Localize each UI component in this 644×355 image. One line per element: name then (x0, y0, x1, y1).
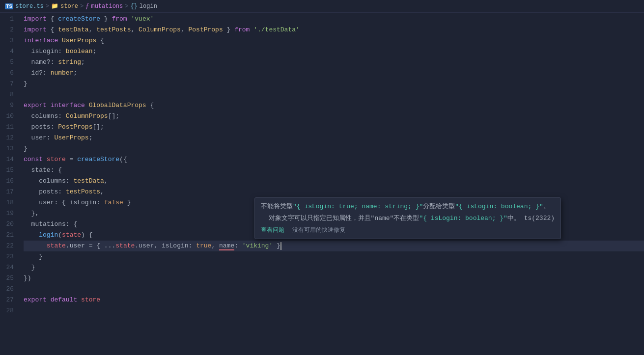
view-problem-link[interactable]: 查看问题 (261, 226, 284, 235)
tooltip-actions: 查看问题 没有可用的快速修复 (261, 226, 555, 235)
code-line-10: columns: ColumnProps[]; (24, 111, 644, 122)
ln-15: 15 (0, 165, 14, 176)
ln-24: 24 (0, 262, 14, 273)
breadcrumb-file[interactable]: store.ts (15, 3, 44, 10)
ln-26: 26 (0, 284, 14, 295)
code-line-12: user: UserProps; (24, 133, 644, 143)
line-numbers: 1 2 3 4 5 6 7 8 9 10 11 12 13 14 15 16 1… (0, 13, 19, 355)
error-tooltip: 不能将类型"{ isLogin: true; name: string; }"分… (254, 197, 561, 239)
editor-area: 1 2 3 4 5 6 7 8 9 10 11 12 13 14 15 16 1… (0, 13, 644, 355)
ln-8: 8 (0, 89, 14, 100)
ln-4: 4 (0, 46, 14, 57)
code-line-4: isLogin: boolean; (24, 46, 644, 57)
ln-22: 22 (0, 241, 14, 251)
code-line-11: posts: PostProps[]; (24, 122, 644, 133)
breadcrumb-sep1: > (46, 3, 49, 10)
ln-6: 6 (0, 68, 14, 79)
code-line-7: } (24, 79, 644, 89)
ln-28: 28 (0, 305, 14, 316)
ln-16: 16 (0, 176, 14, 187)
breadcrumb-bar: TS store.ts > 📁 store > ƒ mutations > {}… (0, 0, 644, 13)
login-icon: {} (130, 3, 137, 10)
ln-11: 11 (0, 122, 14, 133)
code-line-26 (24, 284, 644, 295)
code-line-13: } (24, 143, 644, 154)
code-line-8 (24, 89, 644, 100)
code-line-3: interface UserProps { (24, 35, 644, 46)
breadcrumb-login[interactable]: login (140, 3, 157, 10)
ln-12: 12 (0, 133, 14, 143)
code-line-28 (24, 305, 644, 316)
breadcrumb-folder[interactable]: store (60, 3, 78, 10)
ln-25: 25 (0, 273, 14, 284)
folder-icon: 📁 (51, 2, 58, 10)
code-line-17: posts: testPosts, (24, 187, 644, 197)
code-line-5: name?: string; (24, 57, 644, 68)
code-content[interactable]: import { createStore } from 'vuex' impor… (19, 13, 644, 355)
tooltip-error-line2: 对象文字可以只指定已知属性，并且"name"不在类型"{ isLogin: bo… (261, 214, 555, 223)
ln-18: 18 (0, 197, 14, 208)
code-line-22: state.user = { ...state.user, isLogin: t… (24, 241, 644, 251)
code-line-14: const store = createStore({ (24, 154, 644, 165)
code-line-6: id?: number; (24, 68, 644, 79)
ln-5: 5 (0, 57, 14, 68)
ln-10: 10 (0, 111, 14, 122)
ln-20: 20 (0, 219, 14, 230)
mutations-icon: ƒ (85, 3, 89, 10)
code-line-27: export default store (24, 295, 644, 305)
ts-icon: TS (5, 3, 13, 9)
ln-23: 23 (0, 251, 14, 262)
ln-1: 1 (0, 14, 14, 25)
no-fix-label: 没有可用的快速修复 (292, 226, 345, 235)
ln-17: 17 (0, 187, 14, 197)
breadcrumb-sep2: > (80, 3, 84, 10)
ln-9: 9 (0, 100, 14, 111)
ln-27: 27 (0, 295, 14, 305)
breadcrumb-sep3: > (125, 3, 128, 10)
code-line-16: columns: testData, (24, 176, 644, 187)
ln-21: 21 (0, 230, 14, 241)
code-line-23: } (24, 251, 644, 262)
ln-13: 13 (0, 143, 14, 154)
code-line-9: export interface GlobalDataProps { (24, 100, 644, 111)
code-line-24: } (24, 262, 644, 273)
code-line-25: }) (24, 273, 644, 284)
ln-2: 2 (0, 25, 14, 35)
ln-7: 7 (0, 79, 14, 89)
ln-19: 19 (0, 208, 14, 219)
ln-3: 3 (0, 35, 14, 46)
breadcrumb-mutations[interactable]: mutations (91, 3, 123, 10)
code-line-15: state: { (24, 165, 644, 176)
ln-14: 14 (0, 154, 14, 165)
code-line-2: import { testData, testPosts, ColumnProp… (24, 25, 644, 35)
tooltip-error-line1: 不能将类型"{ isLogin: true; name: string; }"分… (261, 202, 555, 212)
code-line-1: import { createStore } from 'vuex' (24, 14, 644, 25)
